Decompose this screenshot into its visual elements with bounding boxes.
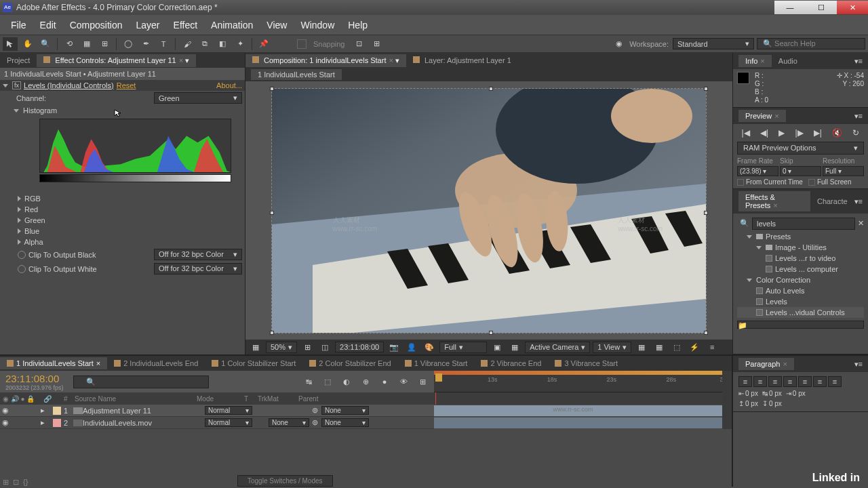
- layer-name[interactable]: IndividualLevels.mov: [83, 419, 205, 427]
- tree-item[interactable]: Auto Levels: [737, 285, 864, 296]
- fast-preview-icon[interactable]: ⚡: [687, 340, 702, 354]
- red-channel[interactable]: Red: [0, 204, 245, 215]
- timeline-tab[interactable]: 1 Color Stabilizer Start: [205, 357, 302, 369]
- visibility-icon[interactable]: ◉: [0, 406, 11, 415]
- snap-opt-1-icon[interactable]: ⊡: [352, 37, 367, 51]
- parent-dropdown[interactable]: None▾: [321, 406, 369, 415]
- visibility-icon[interactable]: ◉: [0, 418, 11, 427]
- pan-behind-tool[interactable]: ⊞: [97, 37, 112, 51]
- layer-row[interactable]: ◉ ▸ 2 IndividualLevels.mov Normal▾ None▾…: [0, 417, 434, 429]
- menu-animation[interactable]: Animation: [204, 17, 260, 33]
- footage-preview[interactable]: 人人素材www.rr-sc.com 人人素材www.rr-sc.com: [272, 89, 706, 333]
- effects-search-input[interactable]: [752, 218, 855, 230]
- clip-white-dropdown[interactable]: Off for 32 bpc Color▾: [154, 263, 242, 274]
- kuler-icon[interactable]: ◉: [612, 37, 627, 51]
- rotate-tool[interactable]: ⟲: [62, 37, 77, 51]
- color-icon[interactable]: 🎨: [422, 340, 437, 354]
- view-dropdown[interactable]: 1 View ▾: [593, 342, 631, 353]
- last-frame-button[interactable]: ▶|: [814, 128, 822, 138]
- skip-dropdown[interactable]: 0 ▾: [780, 166, 821, 176]
- panel-menu-icon[interactable]: ▾≡: [854, 112, 863, 121]
- next-frame-button[interactable]: |▶: [795, 128, 803, 138]
- transform-handle[interactable]: [489, 331, 493, 335]
- tree-item[interactable]: Levels: [737, 296, 864, 307]
- playhead-icon[interactable]: [435, 373, 442, 382]
- stopwatch-icon[interactable]: [18, 265, 26, 273]
- fx-badge[interactable]: fx: [12, 81, 21, 89]
- timeline-tab[interactable]: 2 Color Stabilizer End: [302, 357, 397, 369]
- toggle-switches-button[interactable]: Toggle Switches / Modes: [237, 475, 333, 487]
- timeline-search[interactable]: 🔍: [73, 375, 209, 388]
- first-frame-button[interactable]: |◀: [742, 128, 750, 138]
- view-opt-2-icon[interactable]: ▦: [652, 340, 667, 354]
- transform-handle[interactable]: [704, 211, 708, 215]
- timeline-tab[interactable]: 1 IndividualLevels Start ×: [0, 357, 107, 369]
- footer-icon[interactable]: {}: [23, 478, 28, 487]
- info-tab[interactable]: Info×: [738, 55, 772, 67]
- preview-resolution-dropdown[interactable]: Full ▾: [823, 166, 864, 176]
- indent-left[interactable]: ⇤ 0 px: [738, 390, 758, 397]
- align-center-button[interactable]: ≡: [753, 376, 767, 387]
- histogram-display[interactable]: [39, 119, 231, 173]
- shape-tool[interactable]: ◯: [121, 37, 136, 51]
- clone-tool[interactable]: ⧉: [197, 37, 212, 51]
- tree-folder-image-utilities[interactable]: Image - Utilities: [737, 242, 864, 253]
- space-after[interactable]: ↧ 0 px: [762, 400, 782, 407]
- pixel-aspect-icon[interactable]: ⬚: [669, 340, 684, 354]
- alpha-channel[interactable]: Alpha: [0, 237, 245, 247]
- scrollbar[interactable]: [722, 371, 732, 429]
- tree-folder-presets[interactable]: Presets: [737, 231, 864, 242]
- text-tool[interactable]: T: [156, 37, 171, 51]
- puppet-tool[interactable]: 📌: [256, 37, 271, 51]
- layer-name[interactable]: Adjustment Layer 11: [83, 407, 205, 415]
- about-link[interactable]: About...: [216, 81, 242, 89]
- transform-handle[interactable]: [270, 211, 274, 215]
- camera-dropdown[interactable]: Active Camera ▾: [525, 342, 590, 353]
- rgb-channel[interactable]: RGB: [0, 193, 245, 204]
- justify-all-button[interactable]: ≡: [828, 376, 842, 387]
- footer-icon[interactable]: ⊡: [13, 478, 19, 487]
- tl-icon[interactable]: 👁: [396, 375, 411, 388]
- layer-bar[interactable]: www.rr-sc.com: [434, 405, 732, 416]
- menu-window[interactable]: Window: [294, 17, 341, 33]
- tl-icon[interactable]: ◐: [339, 375, 354, 388]
- menu-effect[interactable]: Effect: [167, 17, 205, 33]
- channel-icon[interactable]: 👤: [404, 340, 419, 354]
- camera-tool[interactable]: ▦: [79, 37, 94, 51]
- character-tab[interactable]: Characte: [810, 195, 854, 207]
- menu-view[interactable]: View: [260, 17, 294, 33]
- transform-handle[interactable]: [704, 331, 708, 335]
- clear-search-icon[interactable]: ✕: [855, 218, 867, 230]
- clip-black-dropdown[interactable]: Off for 32 bpc Color▾: [154, 249, 242, 260]
- layer-color[interactable]: [53, 419, 61, 427]
- snap-checkbox[interactable]: [297, 39, 307, 49]
- snapshot-icon[interactable]: 📷: [387, 340, 401, 354]
- justify-center-button[interactable]: ≡: [798, 376, 812, 387]
- effects-folder-icon-bar[interactable]: 📁: [737, 321, 864, 329]
- play-button[interactable]: ▶: [778, 128, 785, 138]
- channel-dropdown[interactable]: Green▾: [154, 92, 242, 104]
- menu-file[interactable]: File: [4, 17, 33, 33]
- paragraph-tab[interactable]: Paragraph×: [738, 358, 794, 370]
- align-left-button[interactable]: ≡: [738, 376, 752, 387]
- layer-tab[interactable]: Layer: Adjustment Layer 1: [406, 54, 518, 66]
- timeline-ruler[interactable]: 13s 18s 23s 28s 33s: [434, 371, 732, 392]
- roto-tool[interactable]: ✦: [233, 37, 248, 51]
- trkmat-dropdown[interactable]: None▾: [269, 418, 309, 427]
- tree-item[interactable]: Levels ...r to video: [737, 253, 864, 264]
- timecode-display[interactable]: 23:11:08:00: [335, 342, 384, 352]
- panel-menu-icon[interactable]: ▾≡: [854, 57, 863, 66]
- minimize-button[interactable]: —: [774, 1, 806, 14]
- tl-icon[interactable]: ⬚: [320, 375, 335, 388]
- loop-button[interactable]: ↻: [852, 128, 859, 138]
- tree-item[interactable]: Levels ... computer: [737, 264, 864, 274]
- layer-color[interactable]: [53, 407, 61, 415]
- parent-dropdown[interactable]: None▾: [321, 418, 369, 427]
- transform-handle[interactable]: [489, 87, 493, 91]
- layer-row[interactable]: ◉ ▸ 1 Adjustment Layer 11 Normal▾ ▾ ⊚ No…: [0, 405, 434, 417]
- transparency-icon[interactable]: ▦: [507, 340, 522, 354]
- composition-tab[interactable]: Composition: 1 individualLevels Start× ▾: [245, 54, 406, 67]
- from-current-checkbox[interactable]: From Current Time: [737, 178, 803, 186]
- timeline-tab[interactable]: 1 Vibrance Start: [398, 357, 475, 369]
- indent-right[interactable]: ⇥ 0 px: [786, 390, 806, 397]
